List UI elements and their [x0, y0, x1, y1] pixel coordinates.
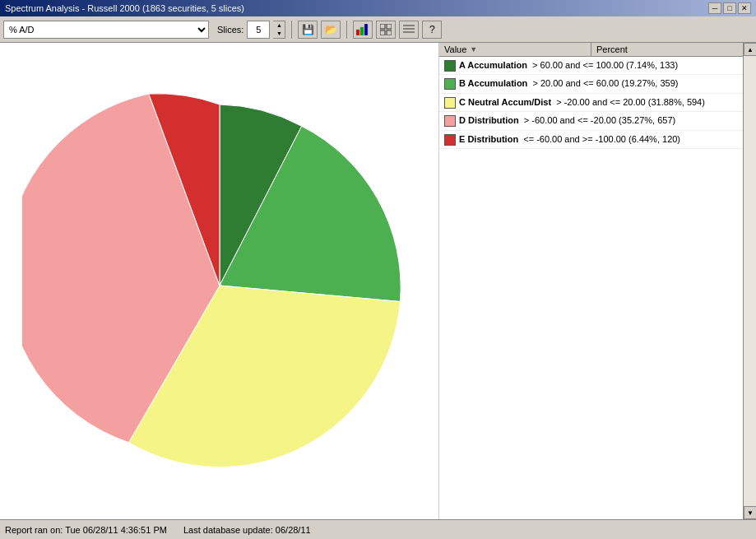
toolbar-separator-1	[291, 21, 292, 39]
legend-item: E Distribution <= -60.00 and >= -100.00 …	[439, 131, 743, 149]
indicator-dropdown-container: % A/D	[3, 21, 209, 39]
legend-item: A Accumulation > 60.00 and <= 100.00 (7.…	[439, 57, 743, 75]
legend-item: C Neutral Accum/Dist > -20.00 and <= 20.…	[439, 94, 743, 112]
open-button[interactable]: 📂	[321, 21, 341, 39]
indicator-dropdown[interactable]: % A/D	[3, 21, 209, 39]
grid-button[interactable]	[376, 21, 396, 39]
maximize-button[interactable]: □	[723, 2, 736, 14]
save-button[interactable]: 💾	[298, 21, 318, 39]
legend-item-label: C Neutral Accum/Dist > -20.00 and <= 20.…	[459, 96, 738, 109]
legend-item: B Accumulation > 20.00 and <= 60.00 (19.…	[439, 75, 743, 93]
toolbar-separator-2	[346, 21, 347, 39]
legend-header: Value ▼ Percent	[439, 43, 743, 57]
legend-value-header[interactable]: Value ▼	[439, 43, 591, 56]
status-bar: Report ran on: Tue 06/28/11 4:36:51 PM L…	[0, 519, 756, 539]
main-content: Value ▼ Percent A Accumulation > 60.00 a…	[0, 43, 756, 519]
chart-area	[0, 43, 438, 519]
legend-percent-header[interactable]: Percent	[591, 43, 743, 56]
sort-icon: ▼	[470, 45, 477, 53]
legend-color-box	[444, 134, 456, 146]
svg-rect-6	[387, 30, 392, 35]
scroll-down-button[interactable]: ▼	[744, 506, 756, 519]
slices-down-button[interactable]: ▼	[273, 30, 285, 38]
slices-spinner[interactable]: ▲ ▼	[273, 21, 285, 39]
title-bar-buttons: ─ □ ✕	[708, 2, 751, 14]
close-button[interactable]: ✕	[738, 2, 751, 14]
scrollbar[interactable]: ▲ ▼	[743, 43, 756, 519]
legend-item-label: D Distribution > -60.00 and <= -20.00 (3…	[459, 114, 738, 127]
chart-type-button[interactable]	[353, 21, 373, 39]
legend-area: Value ▼ Percent A Accumulation > 60.00 a…	[438, 43, 743, 519]
pie-chart	[22, 67, 417, 495]
legend-item-label: E Distribution <= -60.00 and >= -100.00 …	[459, 133, 738, 146]
svg-rect-5	[380, 30, 385, 35]
minimize-button[interactable]: ─	[708, 2, 721, 14]
svg-rect-3	[380, 24, 385, 29]
slices-up-button[interactable]: ▲	[273, 21, 285, 30]
scroll-track[interactable]	[744, 56, 756, 506]
legend-item-label: B Accumulation > 20.00 and <= 60.00 (19.…	[459, 77, 738, 90]
legend-item-label: A Accumulation > 60.00 and <= 100.00 (7.…	[459, 59, 738, 72]
legend-color-box	[444, 60, 456, 72]
svg-marker-1	[360, 27, 364, 35]
legend-items: A Accumulation > 60.00 and <= 100.00 (7.…	[439, 57, 743, 149]
legend-color-box	[444, 115, 456, 127]
svg-marker-2	[364, 24, 368, 35]
legend-color-box	[444, 78, 456, 90]
title-bar: Spectrum Analysis - Russell 2000 (1863 s…	[0, 0, 756, 16]
last-update-text: Last database update: 06/28/11	[183, 525, 311, 535]
list-button[interactable]	[399, 21, 419, 39]
toolbar: % A/D Slices: ▲ ▼ 💾 📂 ?	[0, 16, 756, 43]
window-title: Spectrum Analysis - Russell 2000 (1863 s…	[5, 3, 244, 13]
slices-label: Slices:	[217, 25, 243, 35]
scroll-up-button[interactable]: ▲	[744, 43, 756, 56]
legend-item: D Distribution > -60.00 and <= -20.00 (3…	[439, 112, 743, 130]
legend-color-box	[444, 97, 456, 109]
svg-rect-4	[387, 24, 392, 29]
slices-input[interactable]	[247, 21, 270, 39]
report-ran-text: Report ran on: Tue 06/28/11 4:36:51 PM	[5, 525, 167, 535]
svg-marker-0	[356, 30, 359, 35]
help-button[interactable]: ?	[422, 21, 442, 39]
